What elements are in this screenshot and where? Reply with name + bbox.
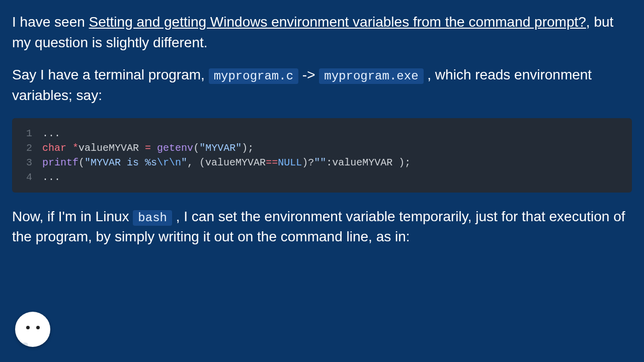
- linux-paragraph: Now, if I'm in Linux bash , I can set th…: [12, 207, 632, 247]
- code-text: char *valueMYVAR = getenv("MYVAR");: [42, 141, 254, 155]
- text: ->: [298, 67, 319, 82]
- code-block: 1 ... 2 char *valueMYVAR = getenv("MYVAR…: [12, 118, 632, 193]
- code-line: 1 ...: [22, 126, 622, 141]
- code-line: 2 char *valueMYVAR = getenv("MYVAR");: [22, 141, 622, 155]
- inline-code-bash: bash: [133, 210, 172, 226]
- setup-paragraph: Say I have a terminal program, myprogram…: [12, 65, 632, 106]
- code-line: 4 ...: [22, 170, 622, 185]
- code-text: ...: [42, 126, 60, 141]
- line-number: 4: [22, 170, 42, 185]
- inline-code-exe-file: myprogram.exe: [319, 68, 423, 84]
- intro-paragraph: I have seen Setting and getting Windows …: [12, 12, 632, 53]
- avatar-icon: [15, 312, 50, 347]
- text: Now, if I'm in Linux: [12, 209, 133, 224]
- line-number: 3: [22, 155, 42, 170]
- line-number: 1: [22, 126, 42, 141]
- text: I have seen: [12, 14, 89, 30]
- code-text: printf("MYVAR is %s\r\n", (valueMYVAR==N…: [42, 155, 411, 170]
- code-line: 3 printf("MYVAR is %s\r\n", (valueMYVAR=…: [22, 155, 622, 170]
- code-text: ...: [42, 170, 60, 185]
- inline-code-source-file: myprogram.c: [209, 68, 298, 84]
- line-number: 2: [22, 141, 42, 155]
- related-question-link[interactable]: Setting and getting Windows environment …: [89, 14, 586, 30]
- text: Say I have a terminal program,: [12, 67, 209, 82]
